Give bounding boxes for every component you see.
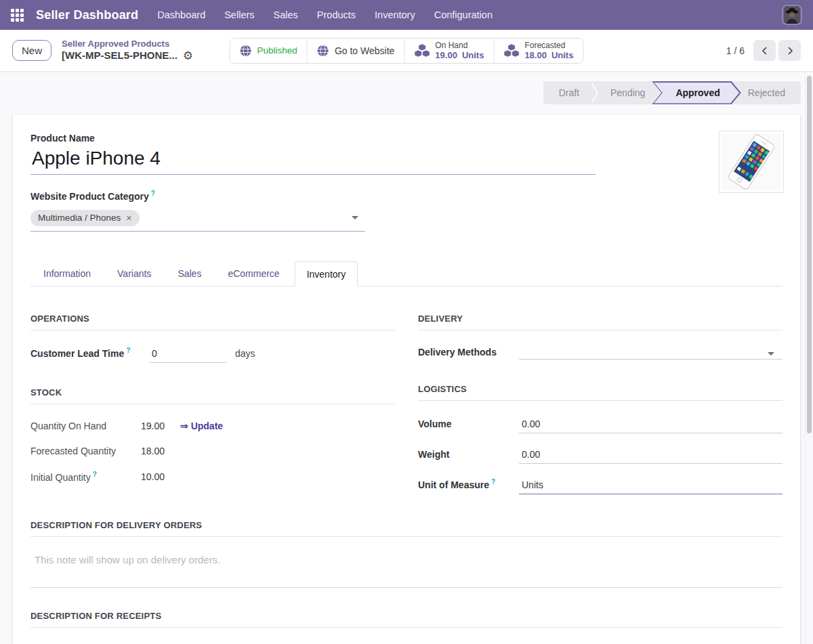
on-hand-label: On Hand bbox=[435, 41, 467, 50]
logistics-title: LOGISTICS bbox=[418, 384, 783, 401]
initial-quantity-label: Initial Quantity? bbox=[30, 471, 141, 483]
breadcrumb: Seller Approved Products [WK-MP-SEL5-PHO… bbox=[62, 39, 193, 62]
help-icon: ? bbox=[491, 478, 495, 486]
category-label: Website Product Category? bbox=[30, 190, 783, 202]
pager-previous-button[interactable] bbox=[753, 40, 776, 61]
pager: 1 / 6 bbox=[726, 40, 801, 61]
volume-input[interactable]: 0.00 bbox=[519, 417, 783, 433]
scrollbar-thumb[interactable] bbox=[807, 76, 812, 433]
category-input[interactable]: Multimedia / Phones × bbox=[30, 207, 365, 232]
description-receipts-section: DESCRIPTION FOR RECEIPTS This note will … bbox=[30, 611, 783, 644]
nav-item-sales[interactable]: Sales bbox=[274, 9, 298, 20]
nav-item-sellers[interactable]: Sellers bbox=[224, 9, 254, 20]
apps-grid-icon[interactable] bbox=[11, 9, 24, 22]
help-icon: ? bbox=[93, 471, 97, 478]
status-step-rejected[interactable]: Rejected bbox=[732, 81, 801, 104]
initial-quantity-value: 10.00 bbox=[141, 471, 172, 482]
tab-sales[interactable]: Sales bbox=[166, 261, 213, 286]
weight-input[interactable]: 0.00 bbox=[519, 448, 783, 464]
help-icon: ? bbox=[151, 190, 155, 197]
update-quantity-link[interactable]: ⇒ Update bbox=[180, 421, 223, 431]
help-icon: ? bbox=[126, 347, 130, 354]
action-button-group: Published Go to Website On Hand 19 bbox=[230, 38, 584, 64]
control-panel: New Seller Approved Products [WK-MP-SEL5… bbox=[0, 30, 813, 72]
quantity-on-hand-label: Quantity On Hand bbox=[30, 421, 141, 431]
nav-item-inventory[interactable]: Inventory bbox=[375, 9, 415, 20]
app-title[interactable]: Seller Dashboard bbox=[36, 8, 138, 22]
step-separator bbox=[591, 81, 599, 104]
chevron-left-icon bbox=[759, 45, 770, 56]
published-label: Published bbox=[257, 45, 297, 56]
status-step-pending[interactable]: Pending bbox=[595, 81, 661, 104]
update-arrow-icon: ⇒ bbox=[180, 421, 188, 431]
quantity-on-hand-value: 19.00 bbox=[141, 421, 172, 431]
dropdown-caret-icon[interactable] bbox=[352, 216, 358, 219]
weight-label: Weight bbox=[418, 449, 519, 460]
description-delivery-title: DESCRIPTION FOR DELIVERY ORDERS bbox=[30, 520, 783, 537]
product-name-input[interactable]: Apple iPhone 4 bbox=[30, 144, 596, 175]
top-navbar: Seller Dashboard Dashboard Sellers Sales… bbox=[0, 0, 813, 30]
tag-remove-icon[interactable]: × bbox=[126, 213, 131, 223]
product-image[interactable] bbox=[719, 131, 784, 193]
description-delivery-section: DESCRIPTION FOR DELIVERY ORDERS This not… bbox=[30, 520, 783, 588]
tab-ecommerce[interactable]: eCommerce bbox=[216, 261, 291, 286]
delivery-methods-input[interactable] bbox=[519, 351, 783, 360]
on-hand-value: 19.00 bbox=[435, 50, 457, 61]
avatar-image bbox=[782, 5, 802, 25]
delivery-methods-label: Delivery Methods bbox=[418, 347, 519, 358]
go-to-website-button[interactable]: Go to Website bbox=[307, 39, 404, 63]
iphone-photo bbox=[722, 133, 781, 190]
description-receipts-title: DESCRIPTION FOR RECEIPTS bbox=[30, 611, 783, 628]
description-delivery-textarea[interactable]: This note will show up on delivery order… bbox=[30, 537, 783, 588]
cubes-icon bbox=[414, 44, 430, 57]
forecasted-unit: Units bbox=[551, 50, 574, 61]
breadcrumb-current: [WK-MP-SEL5-PHONE... bbox=[62, 49, 178, 62]
tab-information[interactable]: Information bbox=[32, 261, 102, 286]
operations-title: OPERATIONS bbox=[30, 314, 395, 330]
main-menu: Dashboard Sellers Sales Products Invento… bbox=[157, 9, 493, 20]
go-to-website-label: Go to Website bbox=[335, 45, 394, 56]
pager-next-button[interactable] bbox=[778, 40, 801, 61]
nav-item-configuration[interactable]: Configuration bbox=[434, 9, 493, 20]
breadcrumb-parent-link[interactable]: Seller Approved Products bbox=[62, 39, 193, 49]
description-receipts-textarea[interactable]: This note will show up on receipt orders… bbox=[30, 628, 783, 644]
volume-label: Volume bbox=[418, 418, 519, 429]
new-button[interactable]: New bbox=[12, 40, 51, 61]
product-name-label: Product Name bbox=[30, 133, 783, 144]
stock-title: STOCK bbox=[30, 387, 395, 404]
on-hand-button[interactable]: On Hand 19.00 Units bbox=[404, 39, 493, 63]
description-delivery-placeholder: This note will show up on delivery order… bbox=[35, 554, 220, 565]
days-suffix: days bbox=[235, 348, 255, 359]
chevron-right-icon bbox=[785, 45, 795, 56]
customer-lead-time-label: Customer Lead Time? bbox=[30, 347, 149, 359]
delivery-section: DELIVERY Delivery Methods bbox=[418, 314, 783, 360]
statusbar: Draft Pending Approved Rejected bbox=[543, 81, 801, 104]
forecasted-label: Forecasted bbox=[524, 41, 565, 50]
unit-of-measure-label: Unit of Measure? bbox=[418, 478, 519, 490]
notebook-tabs: Information Variants Sales eCommerce Inv… bbox=[30, 261, 783, 286]
pager-counter: 1 / 6 bbox=[726, 45, 745, 56]
unit-of-measure-input[interactable]: Units bbox=[519, 478, 783, 494]
forecasted-quantity-value: 18.00 bbox=[141, 446, 172, 456]
status-step-approved[interactable]: Approved bbox=[652, 81, 741, 104]
form-sheet: Product Name Apple iPhone 4 Website Prod… bbox=[12, 114, 801, 644]
published-button[interactable]: Published bbox=[230, 39, 307, 63]
delivery-title: DELIVERY bbox=[418, 314, 783, 330]
nav-item-dashboard[interactable]: Dashboard bbox=[157, 9, 205, 20]
scrollbar-track[interactable] bbox=[805, 72, 813, 644]
status-step-draft[interactable]: Draft bbox=[543, 81, 595, 104]
tab-variants[interactable]: Variants bbox=[106, 261, 163, 286]
globe-icon bbox=[240, 45, 252, 57]
tab-inventory[interactable]: Inventory bbox=[295, 261, 358, 286]
nav-item-products[interactable]: Products bbox=[317, 9, 356, 20]
dropdown-caret-icon bbox=[768, 352, 774, 356]
category-tag: Multimedia / Phones × bbox=[30, 210, 140, 226]
forecasted-button[interactable]: Forecasted 18.00 Units bbox=[493, 39, 583, 63]
user-avatar[interactable] bbox=[782, 5, 802, 25]
gear-icon[interactable]: ⚙ bbox=[183, 50, 193, 62]
logistics-section: LOGISTICS Volume 0.00 Weight 0.00 Unit o… bbox=[418, 384, 783, 494]
forecasted-quantity-label: Forecasted Quantity bbox=[30, 446, 141, 456]
on-hand-unit: Units bbox=[462, 50, 484, 61]
customer-lead-time-input[interactable]: 0 bbox=[149, 347, 227, 363]
operations-section: OPERATIONS Customer Lead Time? 0 days bbox=[30, 314, 395, 363]
